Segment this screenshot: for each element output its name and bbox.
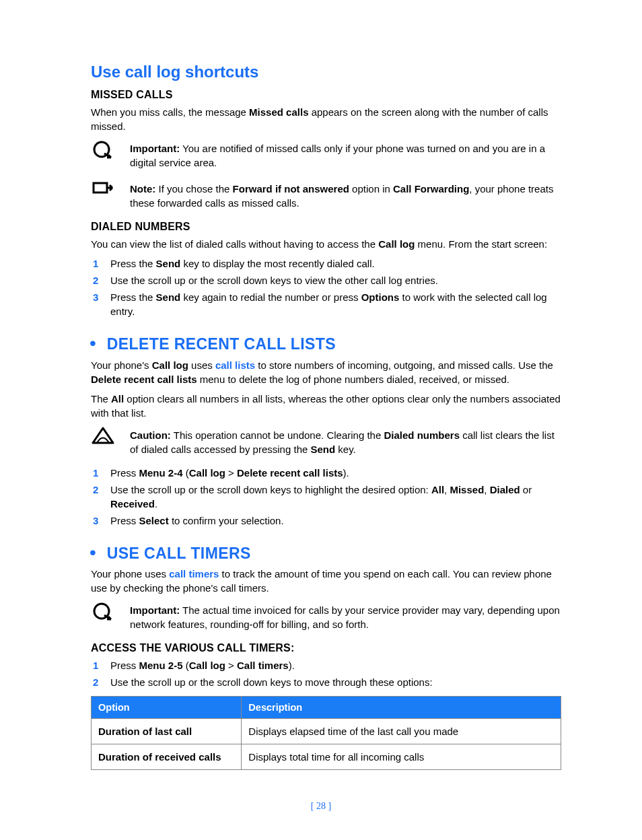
- para-dialed-numbers: You can view the list of dialed calls wi…: [91, 237, 561, 251]
- text: You can view the list of dialed calls wi…: [91, 238, 378, 250]
- callout-text: Important: The actual time invoiced for …: [130, 603, 561, 631]
- heading-use-call-timers: • USE CALL TIMERS: [91, 542, 561, 564]
- col-description: Description: [242, 697, 561, 719]
- step-number: 1: [91, 256, 105, 271]
- page-number: [ 28 ]: [0, 800, 642, 813]
- callout-caution: Caution: This operation cannot be undone…: [91, 425, 561, 462]
- step-text: Press Select to confirm your selection.: [110, 514, 561, 528]
- steplist-timers: 1Press Menu 2-5 (Call log > Call timers)…: [91, 658, 561, 689]
- step-item: 1Press the Send key to display the most …: [91, 256, 561, 271]
- bold-forward: Forward if not answered: [233, 183, 349, 195]
- caution-icon: [91, 425, 115, 446]
- steplist-delete: 1Press Menu 2-4 (Call log > Delete recen…: [91, 466, 561, 528]
- heading-text: USE CALL TIMERS: [107, 542, 251, 564]
- callout-text: Note: If you chose the Forward if not an…: [130, 182, 561, 210]
- para-timers-intro: Your phone uses call timers to track the…: [91, 567, 561, 595]
- step-item: 2Use the scroll up or the scroll down ke…: [91, 273, 561, 287]
- col-option: Option: [92, 697, 242, 719]
- label-important: Important:: [130, 143, 180, 154]
- step-item: 1Press Menu 2-4 (Call log > Delete recen…: [91, 466, 561, 480]
- table-header-row: Option Description: [92, 697, 561, 719]
- label-note: Note:: [130, 183, 155, 195]
- step-item: 2Use the scroll up or the scroll down ke…: [91, 483, 561, 511]
- bold-call-forwarding: Call Forwarding: [393, 183, 469, 195]
- heading-text: DELETE RECENT CALL LISTS: [107, 333, 336, 355]
- bold-call-log: Call log: [378, 238, 415, 250]
- step-number: 2: [91, 483, 105, 511]
- important-icon: [91, 600, 115, 622]
- subheading-missed-calls: MISSED CALLS: [91, 88, 561, 102]
- para-all-option: The All option clears all numbers in all…: [91, 392, 561, 420]
- steplist-dialed: 1Press the Send key to display the most …: [91, 256, 561, 318]
- step-text: Press the Send key again to redial the n…: [110, 290, 561, 318]
- subheading-access-timers: ACCESS THE VARIOUS CALL TIMERS:: [91, 641, 561, 656]
- step-text: Press Menu 2-5 (Call log > Call timers).: [110, 658, 561, 672]
- label-important: Important:: [130, 604, 180, 616]
- text: option in: [349, 183, 393, 195]
- cell-description: Displays total time for all incoming cal…: [242, 744, 561, 770]
- bold-missed-calls: Missed calls: [249, 106, 308, 118]
- step-item: 3Press Select to confirm your selection.: [91, 514, 561, 528]
- cell-option: Duration of last call: [92, 719, 242, 744]
- step-number: 2: [91, 675, 105, 689]
- para-missed-calls: When you miss calls, the message Missed …: [91, 105, 561, 133]
- callout-note-forward: Note: If you chose the Forward if not an…: [91, 179, 561, 215]
- subheading-dialed-numbers: DIALED NUMBERS: [91, 219, 561, 234]
- important-icon: [91, 139, 115, 160]
- callout-text: Important: You are notified of missed ca…: [130, 141, 561, 170]
- link-call-timers[interactable]: call timers: [169, 568, 219, 580]
- table-row: Duration of last call Displays elapsed t…: [92, 719, 561, 744]
- step-text: Use the scroll up or the scroll down key…: [110, 483, 561, 511]
- step-item: 2Use the scroll up or the scroll down ke…: [91, 675, 561, 689]
- label-caution: Caution:: [130, 429, 171, 441]
- heading-delete-recent-call-lists: • DELETE RECENT CALL LISTS: [91, 333, 561, 355]
- table-call-timer-options: Option Description Duration of last call…: [91, 696, 561, 770]
- para-delete-intro: Your phone's Call log uses call lists to…: [91, 358, 561, 386]
- step-text: Use the scroll up or the scroll down key…: [110, 273, 561, 287]
- note-icon: [91, 179, 115, 197]
- callout-important-missed: Important: You are notified of missed ca…: [91, 139, 561, 175]
- step-text: Use the scroll up or the scroll down key…: [110, 675, 561, 689]
- step-item: 3Press the Send key again to redial the …: [91, 290, 561, 318]
- step-number: 3: [91, 514, 105, 528]
- table-row: Duration of received calls Displays tota…: [92, 744, 561, 770]
- callout-text: Caution: This operation cannot be undone…: [130, 428, 561, 456]
- callout-important-timers: Important: The actual time invoiced for …: [91, 600, 561, 637]
- text: When you miss calls, the message: [91, 106, 249, 118]
- bullet-icon: •: [90, 543, 96, 562]
- text: menu. From the start screen:: [415, 238, 547, 250]
- text: If you chose the: [155, 183, 232, 195]
- step-text: Press the Send key to display the most r…: [110, 256, 561, 271]
- manual-page: Use call log shortcuts MISSED CALLS When…: [0, 0, 642, 840]
- heading-use-call-log-shortcuts: Use call log shortcuts: [91, 61, 561, 83]
- cell-option: Duration of received calls: [92, 744, 242, 770]
- svg-rect-1: [94, 183, 107, 193]
- step-number: 3: [91, 290, 105, 318]
- cell-description: Displays elapsed time of the last call y…: [242, 719, 561, 744]
- step-item: 1Press Menu 2-5 (Call log > Call timers)…: [91, 658, 561, 672]
- step-text: Press Menu 2-4 (Call log > Delete recent…: [110, 466, 561, 480]
- text: You are notified of missed calls only if…: [130, 143, 545, 168]
- link-call-lists[interactable]: call lists: [215, 359, 255, 371]
- step-number: 1: [91, 466, 105, 480]
- step-number: 1: [91, 658, 105, 672]
- bullet-icon: •: [90, 334, 96, 353]
- step-number: 2: [91, 273, 105, 287]
